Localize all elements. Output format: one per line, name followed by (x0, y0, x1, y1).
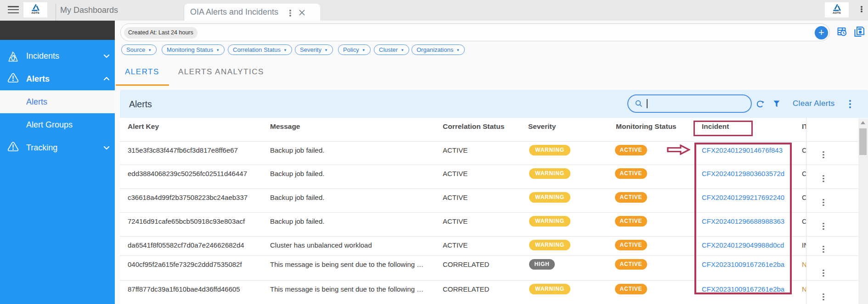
svg-text:AOTS: AOTS (833, 11, 840, 14)
svg-text:AOTS: AOTS (31, 11, 39, 14)
